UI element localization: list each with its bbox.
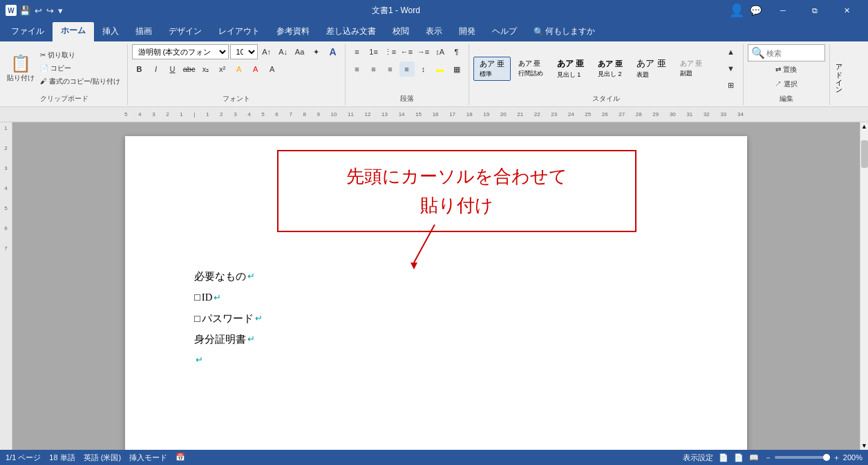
shading-button[interactable]: ▬ — [433, 61, 448, 77]
view-read-button[interactable]: 📖 — [749, 453, 759, 462]
align-left-button[interactable]: ≡ — [350, 61, 365, 77]
input-mode[interactable]: 挿入モード — [129, 453, 167, 463]
font-group: 游明朝 (本文のフォン 10.5 A↑ A↓ Aa ✦ A B I U abc … — [129, 44, 346, 105]
tab-review[interactable]: 校閲 — [384, 23, 417, 41]
paste-icon: 📋 — [10, 54, 31, 73]
styles-up-button[interactable]: ▲ — [724, 44, 739, 59]
tab-design[interactable]: デザイン — [160, 23, 210, 41]
paste-button[interactable]: 📋 貼り付け — [6, 52, 36, 85]
style-subtitle[interactable]: あア 亜 副題 — [674, 57, 709, 80]
justify-button[interactable]: ≡ — [399, 61, 415, 77]
language[interactable]: 英語 (米国) — [84, 453, 121, 463]
select-button[interactable]: ↗ 選択 — [772, 78, 800, 91]
underline-button[interactable]: U — [165, 61, 180, 77]
tab-developer[interactable]: 開発 — [451, 23, 484, 41]
decrease-indent-button[interactable]: ←≡ — [399, 44, 415, 59]
text-effects-button[interactable]: A — [326, 44, 341, 59]
view-web-button[interactable]: 📄 — [734, 453, 744, 462]
font-bg-button[interactable]: A — [265, 61, 280, 77]
italic-button[interactable]: I — [149, 61, 164, 77]
document-content[interactable]: 必要なもの ↵ □ ID ↵ □ パスワード ↵ 身分証明書 ↵ — [194, 267, 692, 368]
highlight-button[interactable]: A — [232, 61, 247, 77]
customize-qat-button[interactable]: ▾ — [58, 6, 63, 16]
clipboard-label: クリップボード — [6, 94, 123, 105]
zoom-slider[interactable] — [775, 456, 830, 459]
copy-button[interactable]: 📄 コピー — [37, 62, 123, 75]
shrink-font-button[interactable]: A↓ — [276, 44, 291, 59]
style-h2-icon: あア 亜 — [598, 59, 623, 68]
tab-references[interactable]: 参考資料 — [268, 23, 318, 41]
scroll-down-button[interactable]: ▼ — [861, 442, 867, 450]
window-title: 文書1 - Word — [63, 5, 729, 17]
multilevel-button[interactable]: ⋮≡ — [383, 44, 398, 59]
word-count[interactable]: 18 単語 — [49, 453, 75, 463]
styles-more-button[interactable]: ⊞ — [724, 77, 739, 93]
tab-home[interactable]: ホーム — [53, 22, 94, 41]
clear-format-button[interactable]: ✦ — [309, 44, 324, 59]
scroll-thumb[interactable] — [861, 140, 868, 168]
tab-view[interactable]: 表示 — [417, 23, 451, 41]
style-title[interactable]: あア 亜 表題 — [630, 55, 672, 82]
format-copy-button[interactable]: 🖌 書式のコピー/貼り付け — [37, 75, 123, 88]
zoom-in-button[interactable]: ＋ — [833, 453, 840, 463]
line-spacing-button[interactable]: ↕ — [416, 61, 431, 77]
styles-group: あア 亜 標準 あア 亜 行間詰め あア 亜 見出し 1 あア 亜 見出し 2 … — [471, 44, 744, 105]
close-button[interactable]: ✕ — [831, 0, 862, 21]
paragraph-content: ≡ 1≡ ⋮≡ ←≡ →≡ ↕A ¶ ≡ ≡ ≡ ≡ ↕ ▬ ▦ — [350, 44, 464, 93]
align-right-button[interactable]: ≡ — [383, 61, 398, 77]
zoom-level[interactable]: 200% — [843, 453, 862, 462]
show-marks-button[interactable]: ¶ — [449, 44, 464, 59]
style-normal[interactable]: あア 亜 標準 — [473, 57, 511, 81]
subscript-button[interactable]: x₂ — [198, 61, 214, 77]
replace-button[interactable]: ⇄ 置換 — [773, 64, 800, 76]
doc-text-3: パスワード — [202, 310, 254, 328]
tab-draw[interactable]: 描画 — [127, 23, 160, 41]
calendar-icon[interactable]: 📅 — [176, 453, 185, 463]
svg-line-0 — [414, 225, 435, 263]
bold-button[interactable]: B — [132, 61, 147, 77]
minimize-button[interactable]: ─ — [767, 0, 799, 21]
undo-qat-button[interactable]: ↩ — [35, 6, 42, 16]
styles-down-button[interactable]: ▼ — [724, 61, 739, 76]
profile-icon[interactable]: 👤 — [729, 3, 744, 18]
tab-layout[interactable]: レイアウト — [210, 23, 268, 41]
redo-qat-button[interactable]: ↪ — [46, 6, 54, 16]
bullets-button[interactable]: ≡ — [350, 44, 365, 59]
tab-search[interactable]: 🔍 何もしますか — [525, 23, 603, 41]
tab-file[interactable]: ファイル — [3, 23, 53, 41]
border-button[interactable]: ▦ — [449, 61, 464, 77]
paste-label: 貼り付け — [7, 73, 35, 83]
document-page[interactable]: 先頭にカーソルを合わせて 貼り付け 必要なもの ↵ □ ID — [125, 136, 747, 450]
style-heading2[interactable]: あア 亜 見出し 2 — [592, 57, 629, 81]
font-color-button[interactable]: A — [248, 61, 263, 77]
tab-help[interactable]: ヘルプ — [484, 23, 525, 41]
comment-icon[interactable]: 💬 — [750, 5, 762, 16]
clipboard-content: 📋 貼り付け ✂ 切り取り 📄 コピー 🖌 書式のコピー/貼り付け — [6, 44, 123, 93]
strikethrough-button[interactable]: abc — [182, 61, 197, 77]
style-heading1[interactable]: あア 亜 見出し 1 — [551, 56, 590, 82]
cut-button[interactable]: ✂ 切り取り — [37, 49, 123, 61]
view-print-button[interactable]: 📄 — [719, 453, 728, 462]
increase-indent-button[interactable]: →≡ — [416, 44, 431, 59]
document-area: 先頭にカーソルを合わせて 貼り付け 必要なもの ↵ □ ID — [12, 122, 860, 450]
superscript-button[interactable]: x² — [215, 61, 230, 77]
sort-button[interactable]: ↕A — [433, 44, 448, 59]
search-input[interactable] — [766, 49, 822, 57]
tab-insert[interactable]: 挿入 — [94, 23, 127, 41]
restore-button[interactable]: ⧉ — [799, 0, 831, 21]
style-compact[interactable]: あア 亜 行間詰め — [512, 57, 549, 80]
numbering-button[interactable]: 1≡ — [366, 44, 381, 59]
grow-font-button[interactable]: A↑ — [259, 44, 274, 59]
save-qat-button[interactable]: 💾 — [19, 6, 30, 16]
page-info[interactable]: 1/1 ページ — [6, 453, 41, 463]
vertical-scrollbar[interactable]: ▲ ▼ — [860, 122, 868, 450]
font-name-selector[interactable]: 游明朝 (本文のフォン — [132, 44, 229, 59]
font-size-selector[interactable]: 10.5 — [230, 44, 258, 59]
align-center-button[interactable]: ≡ — [366, 61, 381, 77]
tab-mailings[interactable]: 差し込み文書 — [318, 23, 384, 41]
scroll-up-button[interactable]: ▲ — [861, 122, 867, 131]
view-settings[interactable]: 表示設定 — [683, 453, 713, 463]
paragraph-bottom: ≡ ≡ ≡ ≡ ↕ ▬ ▦ — [350, 61, 464, 77]
change-case-button[interactable]: Aa — [292, 44, 308, 59]
zoom-out-button[interactable]: － — [764, 453, 772, 463]
